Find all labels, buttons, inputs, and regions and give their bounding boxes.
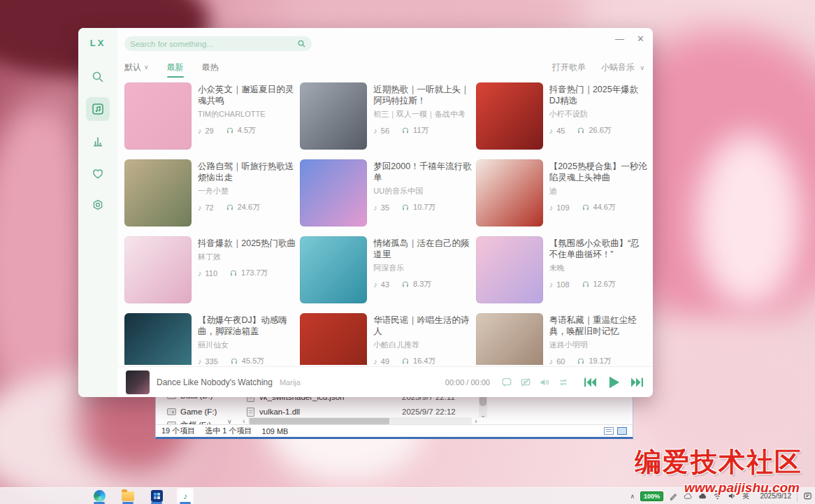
sidebar-item-songlists[interactable] — [86, 97, 110, 121]
music-app-window: LX — ✕ — [78, 28, 653, 397]
plays-count-icon — [226, 127, 234, 135]
playlist-cover[interactable] — [476, 82, 543, 150]
app-main: — ✕ 默认 ∨ 最新 最热 打开歌单 小蜗音乐 ∨ — [117, 28, 653, 397]
plays-count-icon — [226, 203, 234, 212]
repeat-icon[interactable] — [558, 377, 569, 388]
playlist-author: 丽川仙女 — [198, 340, 296, 350]
plays-count-icon — [401, 127, 410, 135]
details-view-icon[interactable] — [604, 427, 614, 435]
track-title: Dance Like Nobody's Watching — [157, 377, 273, 387]
tab-latest[interactable]: 最新 — [167, 62, 184, 73]
playlist-cover[interactable] — [476, 236, 543, 303]
playlist-cover[interactable] — [124, 159, 192, 226]
playlist-stats: ♪ 109 44.6万 — [549, 202, 647, 213]
playlist-title[interactable]: 粤语私藏｜重温红尘经典，唤醒旧时记忆 — [549, 315, 647, 337]
sidebar-item-ranking[interactable] — [86, 129, 110, 153]
playlist-cover[interactable] — [300, 236, 367, 303]
playlist-card[interactable]: 【劲爆午夜DJ】动感嗨曲，脚踩油箱盖 丽川仙女 ♪ 335 45.5万 — [124, 313, 296, 365]
sidebar-item-settings[interactable] — [86, 194, 110, 217]
playlist-card[interactable]: 小众英文｜邂逅夏日的灵魂共鸣 TIM的CHARLOTTE ♪ 29 4.5万 — [124, 82, 296, 150]
close-button[interactable]: ✕ — [637, 34, 644, 45]
playlist-card[interactable]: 抖音热门｜2025年爆款DJ精选 小柠不设防 ♪ 45 26.6万 — [476, 82, 647, 150]
minimize-button[interactable]: — — [615, 34, 624, 45]
playlist-author: 初三｜双人一模｜备战中考 — [373, 109, 471, 120]
songs-count: 56 — [381, 127, 389, 135]
notification-icon[interactable] — [803, 491, 812, 501]
sort-dropdown[interactable]: 默认 ∨ — [124, 62, 149, 73]
plays-count-icon — [401, 357, 410, 366]
previous-track-button[interactable] — [583, 376, 597, 389]
playlist-title[interactable]: 【2025热梗合集】一秒沦陷灵魂上头神曲 — [549, 161, 647, 183]
songs-count-icon: ♪ — [549, 127, 554, 135]
playlist-title[interactable]: 梦回2000！千禧年流行歌单 — [373, 161, 471, 183]
playlist-card[interactable]: 近期热歌｜一听就上头｜阿玛特拉斯！ 初三｜双人一模｜备战中考 ♪ 56 11万 — [300, 82, 471, 150]
search-bar[interactable] — [124, 36, 312, 51]
next-track-button[interactable] — [630, 376, 644, 389]
battery-percent-badge[interactable]: 100% — [640, 491, 663, 501]
taskbar-explorer-button[interactable] — [120, 488, 136, 504]
playlist-title[interactable]: 【氛围感小众歌曲】“忍不住单曲循环！” — [549, 238, 647, 260]
playlist-title[interactable]: 近期热歌｜一听就上头｜阿玛特拉斯！ — [373, 84, 471, 106]
tray-chevron-up-icon[interactable]: ∧ — [630, 493, 635, 500]
sidebar-item-favorites[interactable] — [86, 161, 110, 185]
playlist-cover[interactable] — [300, 82, 367, 150]
playlist-author: 迷路小明明 — [549, 340, 647, 350]
playlist-title[interactable]: 抖音爆款｜2025热门歌曲 — [198, 238, 296, 249]
playlist-title[interactable]: 【劲爆午夜DJ】动感嗨曲，脚踩油箱盖 — [198, 315, 296, 337]
playlist-card[interactable]: 华语民谣｜吟唱生活的诗人 小酷白儿推荐 ♪ 49 16.4万 — [300, 313, 471, 365]
taskbar-music-app-button[interactable]: ♪ — [177, 488, 194, 504]
play-button[interactable] — [605, 375, 622, 390]
playlist-meta: 【氛围感小众歌曲】“忍不住单曲循环！” 未晚 ♪ 108 12.6万 — [549, 236, 647, 303]
playlist-meta: 抖音热门｜2025年爆款DJ精选 小柠不设防 ♪ 45 26.6万 — [549, 82, 647, 150]
taskbar-edge-button[interactable] — [91, 488, 108, 504]
playlist-cover[interactable] — [300, 313, 367, 365]
playlist-cover[interactable] — [124, 313, 192, 365]
songs-count-icon: ♪ — [373, 127, 377, 135]
status-size: 109 MB — [262, 427, 289, 435]
watermark-url: www.paijishu.com — [684, 480, 800, 496]
playlist-cover[interactable] — [300, 159, 367, 226]
taskbar-blue-app-button[interactable] — [148, 488, 165, 504]
tab-hottest[interactable]: 最热 — [202, 62, 219, 73]
playlist-card[interactable]: 【氛围感小众歌曲】“忍不住单曲循环！” 未晚 ♪ 108 12.6万 — [476, 236, 647, 303]
file-name: vulkan-1.dll — [259, 408, 300, 416]
drive-icon — [167, 408, 176, 415]
playlist-cover[interactable] — [476, 313, 543, 365]
desktop-lyrics-icon[interactable] — [520, 377, 531, 388]
playlist-cover[interactable] — [476, 159, 543, 226]
explorer-status-bar: 19 个项目 选中 1 个项目 109 MB — [156, 424, 633, 437]
playlist-title[interactable]: 华语民谣｜吟唱生活的诗人 — [373, 315, 471, 337]
playlist-title[interactable]: 公路自驾｜听旅行热歌送烦恼出走 — [198, 161, 296, 183]
playlist-title[interactable]: 抖音热门｜2025年爆款DJ精选 — [549, 84, 647, 106]
thumbnails-view-icon[interactable] — [617, 427, 627, 435]
comment-bubble-icon[interactable] — [501, 377, 512, 388]
playlist-card[interactable]: 【2025热梗合集】一秒沦陷灵魂上头神曲 迪 ♪ 109 44.6万 — [476, 159, 647, 226]
pen-icon[interactable] — [669, 491, 678, 501]
open-playlist-button[interactable]: 打开歌单 — [552, 62, 586, 73]
songs-count: 335 — [205, 357, 218, 366]
sidebar-item-search[interactable] — [86, 65, 110, 89]
playlist-author: 一舟小楚 — [198, 186, 296, 196]
album-art[interactable] — [126, 370, 150, 394]
source-select[interactable]: 小蜗音乐 ∨ — [601, 62, 644, 73]
playlist-cover[interactable] — [124, 82, 192, 150]
playlist-stats: ♪ 49 16.4万 — [373, 356, 471, 365]
explorer-nav-drive-game[interactable]: Game (F:) — [167, 405, 217, 418]
playlist-title[interactable]: 情绪孤岛｜活在自己的频道里 — [373, 238, 471, 260]
playlist-card[interactable]: 梦回2000！千禧年流行歌单 UU的音乐中国 ♪ 35 10.7万 — [300, 159, 471, 226]
playlist-cover[interactable] — [124, 236, 192, 303]
playlist-card[interactable]: 情绪孤岛｜活在自己的频道里 阿深音乐 ♪ 43 8.3万 — [300, 236, 471, 303]
playlist-card[interactable]: 抖音爆款｜2025热门歌曲 林丁效 ♪ 110 173.7万 — [124, 236, 296, 303]
search-icon[interactable] — [297, 39, 306, 48]
playlist-stats: ♪ 335 45.5万 — [198, 356, 296, 365]
taskbar-apps: ♪ — [91, 488, 194, 504]
playlist-title[interactable]: 小众英文｜邂逅夏日的灵魂共鸣 — [198, 84, 296, 106]
search-input[interactable] — [130, 40, 297, 48]
playlist-card[interactable]: 公路自驾｜听旅行热歌送烦恼出走 一舟小楚 ♪ 72 24.6万 — [124, 159, 296, 226]
volume-icon[interactable] — [539, 377, 550, 388]
plays-count: 26.6万 — [589, 125, 611, 136]
chart-icon — [91, 134, 105, 148]
playlist-card[interactable]: 粤语私藏｜重温红尘经典，唤醒旧时记忆 迷路小明明 ♪ 60 19.1万 — [476, 313, 647, 365]
plays-count-icon — [577, 127, 585, 135]
blue-app-icon — [151, 490, 163, 502]
